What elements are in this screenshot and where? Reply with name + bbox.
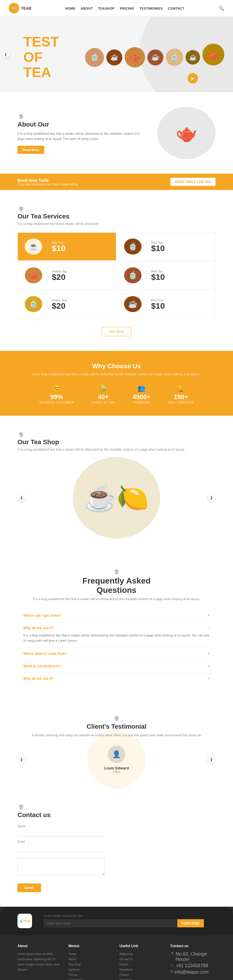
footer-contact-title: Contact us xyxy=(171,944,215,948)
testimonial-title: Client's Testimonial xyxy=(18,723,215,730)
email-text: info@teapo.com xyxy=(174,969,209,975)
stat-label-3: DAILY SERVICES xyxy=(168,401,194,404)
faq-question-2[interactable]: Where does it come from? + xyxy=(23,652,210,655)
footer-menus-list: Home About Tea Shop Services Pricing Con… xyxy=(69,951,113,980)
menu-item-2[interactable]: Tea Shop xyxy=(69,963,81,966)
faq-item-2: Where does it come from? + xyxy=(23,648,210,660)
name-input[interactable] xyxy=(18,829,105,837)
send-button[interactable]: Send! xyxy=(18,883,41,892)
hero-prev-arrow[interactable]: ❮ xyxy=(2,51,9,58)
shop-header: 🍵 Our Tea Shop It is a long established … xyxy=(18,430,215,451)
shop-prev-arrow[interactable]: ❮ xyxy=(18,494,26,502)
services-title: Our Tea Services xyxy=(18,213,215,220)
stat-icon-0: 😊 xyxy=(39,385,74,392)
footer: 🍵TEAB SUBSCRIBE NEWSLETTER SUBSCRIBE Abo… xyxy=(0,907,233,980)
about-image: 🫖 xyxy=(157,107,215,159)
search-icon[interactable]: 🔍 xyxy=(219,6,224,11)
testimonial-card: 👤 Louis Edward Client xyxy=(55,746,178,773)
faq-plus-1: − xyxy=(207,626,210,630)
faq-plus-2: + xyxy=(207,652,210,655)
nav-pricing[interactable]: PRICING xyxy=(120,7,134,10)
services-header: 🍵 Our Tea Services It is a long establis… xyxy=(18,205,215,226)
faq-plus-0: + xyxy=(207,614,210,617)
link-item-2[interactable]: Facilisi xyxy=(120,963,128,966)
link-item-1[interactable]: Elit duo id xyxy=(120,958,132,961)
about-read-more-button[interactable]: Read More xyxy=(18,146,44,154)
faq-item-1: Why do we use it? − It is a long establi… xyxy=(23,622,210,648)
newsletter-input[interactable] xyxy=(44,919,177,928)
shop-carousel: ❮ ☕🍋 ❯ xyxy=(18,457,215,538)
menu-item-0[interactable]: Home xyxy=(69,952,76,956)
about-title: About Our xyxy=(18,121,145,128)
nav-teashop[interactable]: TEASHOP xyxy=(98,7,115,10)
nav-testimonies[interactable]: TESTIMONIES xyxy=(139,7,163,10)
footer-about-title: About xyxy=(18,944,62,948)
faq-question-1[interactable]: Why do we use it? − xyxy=(23,626,210,630)
menu-item-3[interactable]: Services xyxy=(69,968,80,971)
link-item-5[interactable]: Hendrerit xyxy=(120,978,131,980)
name-label: Name xyxy=(18,825,105,828)
stat-1: 🍃 40+ RANGE OF TEA xyxy=(91,385,115,404)
newsletter-label: SUBSCRIBE NEWSLETTER xyxy=(44,915,204,918)
faq-question-4[interactable]: Why do we use it? + xyxy=(23,677,210,681)
hero-image: 🍵 ☕ 🫖 ☕ 🍵 ☕ 🫖 xyxy=(85,47,224,67)
testimonial-icon: 🍵 xyxy=(113,714,120,721)
why-title: Why Choose Us xyxy=(18,363,215,370)
nav-home[interactable]: HOME xyxy=(65,7,75,10)
about-section: 🍵 About Our It is a long established fac… xyxy=(0,92,233,173)
location-icon: 📍 xyxy=(171,952,174,955)
footer-about-col: About Lorem ipsum dolor sit amet, consec… xyxy=(18,944,62,980)
faq-plus-4: + xyxy=(207,677,210,681)
see-more-button[interactable]: See More xyxy=(102,327,131,336)
message-group xyxy=(18,856,105,877)
service-card-1: 🍵 Red Tea $10 xyxy=(117,232,215,261)
footer-about-text: Lorem ipsum dolor sit amet, consectetur … xyxy=(18,951,62,972)
logo[interactable]: 🍵 TEAB xyxy=(9,3,31,13)
about-description: It is a long established fact that a rea… xyxy=(18,131,145,142)
link-item-0[interactable]: Adipiscing xyxy=(120,952,133,956)
link-item-4[interactable]: Privacy xyxy=(120,973,129,977)
book-banner: Book Now Table It is a long established … xyxy=(0,173,233,190)
service-img-0: ☕ xyxy=(25,239,42,255)
shop-section: 🍵 Our Tea Shop It is a long established … xyxy=(0,416,233,553)
book-table-button[interactable]: BOOK TABLE FOR TEA xyxy=(171,178,215,186)
message-input[interactable] xyxy=(18,858,105,875)
nav-about[interactable]: ABOUT xyxy=(81,7,93,10)
faq-item-4: Why do we use it? + xyxy=(23,673,210,685)
play-button[interactable]: ▶ xyxy=(188,73,198,83)
shop-next-arrow[interactable]: ❯ xyxy=(207,494,215,502)
faq-item-0: Where can I get some? + xyxy=(23,609,210,622)
faq-header: 🍵 Frequently AskedQuestions It is a long… xyxy=(23,568,210,601)
newsletter-area: SUBSCRIBE NEWSLETTER SUBSCRIBE xyxy=(44,915,204,928)
faq-question-3[interactable]: What is Lorem Ipsum? + xyxy=(23,664,210,668)
contact-title: Contact us xyxy=(18,811,215,819)
nav-contact[interactable]: CONTACT xyxy=(168,7,184,10)
brand-name: TEAB xyxy=(21,6,31,11)
menu-item-5[interactable]: Contact Us xyxy=(69,978,83,980)
menu-item-4[interactable]: Pricing xyxy=(69,973,77,977)
testimonial-next-arrow[interactable]: ❯ xyxy=(207,756,215,764)
faq-title: Frequently AskedQuestions xyxy=(23,576,210,595)
testimonial-section: 🍵 Client's Testimonial Futuristic planni… xyxy=(0,700,233,788)
contact-form: Name Email Send! xyxy=(18,825,105,892)
name-group: Name xyxy=(18,825,105,837)
faq-question-0[interactable]: Where can I get some? + xyxy=(23,614,210,617)
contact-phone: 📞 +61 123456789 xyxy=(171,963,215,968)
service-img-1: 🍵 xyxy=(124,239,142,255)
service-price-0: $10 xyxy=(52,244,65,253)
service-img-2: 🫖 xyxy=(25,267,42,283)
email-input[interactable] xyxy=(18,844,105,852)
service-card-0: ☕ Milk Tea $10 xyxy=(18,232,116,261)
stat-icon-1: 🍃 xyxy=(91,385,115,392)
subscribe-button[interactable]: SUBSCRIBE xyxy=(177,919,204,928)
service-card-4: 🍵 Green Tea $20 xyxy=(18,290,116,318)
testimonial-prev-arrow[interactable]: ❮ xyxy=(18,756,26,764)
newsletter-row: SUBSCRIBE xyxy=(44,919,204,928)
email-icon: ✉ xyxy=(171,970,173,973)
footer-top: 🍵TEAB SUBSCRIBE NEWSLETTER SUBSCRIBE xyxy=(0,907,233,935)
menu-item-1[interactable]: About xyxy=(69,958,76,961)
footer-links-list: Adipiscing Elit duo id Facilisi Download… xyxy=(120,951,164,980)
link-item-3[interactable]: Download xyxy=(120,968,132,971)
service-img-5: ☕ xyxy=(124,296,142,312)
stat-label-2: TEAMWORK xyxy=(132,401,151,404)
